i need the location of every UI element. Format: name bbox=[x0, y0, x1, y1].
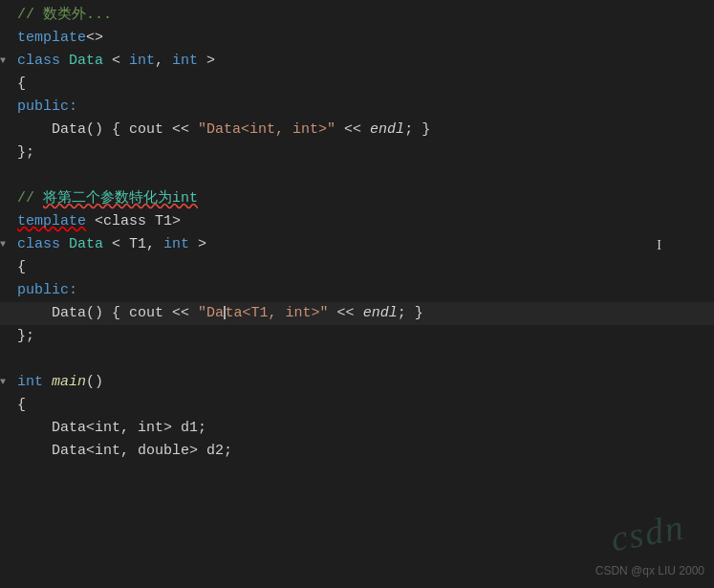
code-line-9: // 将第二个参数特化为int bbox=[0, 187, 714, 210]
code-line-4: { bbox=[0, 73, 714, 96]
line-content-13: public: bbox=[8, 279, 714, 301]
code-line-12: { bbox=[0, 256, 714, 279]
line-content-10: template <class T1> bbox=[8, 210, 714, 232]
code-line-1: // 数类外... bbox=[0, 4, 714, 27]
gutter-17[interactable]: ▼ bbox=[0, 375, 8, 390]
line-content-17: int main() bbox=[8, 371, 714, 393]
line-content-11: class Data < T1, int > bbox=[8, 233, 714, 255]
line-content-2: template<> bbox=[8, 27, 714, 49]
code-line-8 bbox=[0, 164, 714, 187]
line-content-8 bbox=[8, 164, 714, 186]
watermark: csdn bbox=[607, 499, 690, 567]
line-content-18: { bbox=[8, 394, 714, 416]
code-line-16 bbox=[0, 348, 714, 371]
line-content-9: // 将第二个参数特化为int bbox=[8, 187, 714, 209]
code-line-3: ▼ class Data < int, int > bbox=[0, 50, 714, 73]
fold-arrow-icon[interactable]: ▼ bbox=[0, 54, 6, 69]
line-content-14: Data() { cout << "Data<T1, int>" << endl… bbox=[8, 302, 714, 324]
line-content-19: Data<int, int> d1; bbox=[8, 417, 714, 439]
line-content-7: }; bbox=[8, 142, 714, 163]
code-line-13: public: bbox=[0, 279, 714, 302]
code-line-5: public: bbox=[0, 96, 714, 119]
fold-arrow-icon-2[interactable]: ▼ bbox=[0, 237, 6, 252]
line-content-4: { bbox=[8, 73, 714, 95]
fold-arrow-icon-3[interactable]: ▼ bbox=[0, 375, 6, 390]
code-line-14: Data() { cout << "Data<T1, int>" << endl… bbox=[0, 302, 714, 325]
line-content-20: Data<int, double> d2; bbox=[8, 440, 714, 462]
chinese-comment: 将第二个参数特化为int bbox=[43, 190, 198, 207]
gutter-11[interactable]: ▼ bbox=[0, 237, 8, 252]
line-content-12: { bbox=[8, 256, 714, 278]
gutter-3[interactable]: ▼ bbox=[0, 54, 8, 69]
code-line-2: template<> bbox=[0, 27, 714, 50]
code-line-11: ▼ class Data < T1, int > I bbox=[0, 233, 714, 256]
line-content-5: public: bbox=[8, 96, 714, 118]
code-line-7: }; bbox=[0, 142, 714, 164]
code-line-17: ▼ int main() bbox=[0, 371, 714, 394]
line-content-1: // 数类外... bbox=[8, 4, 714, 26]
line-content-6: Data() { cout << "Data<int, int>" << end… bbox=[8, 119, 714, 141]
comment-token: // 数类外... bbox=[17, 7, 112, 23]
line-content-3: class Data < int, int > bbox=[8, 50, 714, 72]
template-keyword: template bbox=[17, 213, 86, 229]
code-line-20: Data<int, double> d2; bbox=[0, 440, 714, 463]
i-cursor-indicator: I bbox=[657, 235, 661, 256]
keyword-token: template bbox=[17, 30, 86, 46]
code-line-6: Data() { cout << "Data<int, int>" << end… bbox=[0, 119, 714, 142]
punct-token: <> bbox=[86, 30, 103, 46]
code-editor: // 数类外... template<> ▼ class Data < int,… bbox=[0, 0, 714, 588]
code-line-18: { bbox=[0, 394, 714, 417]
code-line-10: template <class T1> bbox=[0, 210, 714, 233]
line-content-16 bbox=[8, 348, 714, 370]
code-line-19: Data<int, int> d1; bbox=[0, 417, 714, 440]
code-line-15: }; bbox=[0, 325, 714, 348]
csdn-label: CSDN @qx LIU 2000 bbox=[595, 562, 704, 580]
line-content-15: }; bbox=[8, 325, 714, 347]
